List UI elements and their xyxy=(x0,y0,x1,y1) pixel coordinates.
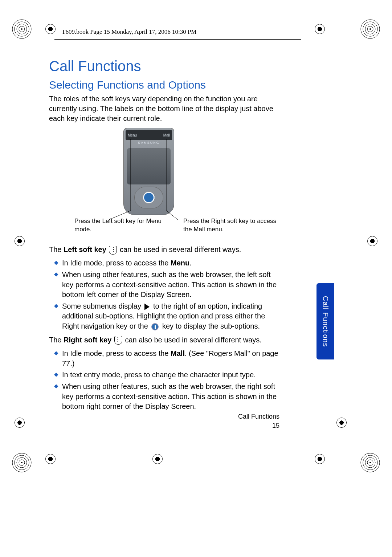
left-softkey-icon xyxy=(109,246,117,255)
phone-softkey-right-label: Mall xyxy=(163,133,170,137)
svg-point-14 xyxy=(21,462,23,463)
callout-lines-icon xyxy=(105,138,192,221)
ok-key-icon xyxy=(151,323,159,330)
footer-section: Call Functions xyxy=(238,412,279,421)
list-item: Some submenus display to the right of an… xyxy=(54,301,281,332)
registration-mark-icon xyxy=(11,452,33,473)
footer-page-number: 15 xyxy=(238,421,279,430)
list-item: In Idle mode, press to access the Menu. xyxy=(54,258,281,268)
crop-target-icon xyxy=(315,24,325,34)
phone-illustration: Menu Mall SAMSUNG xyxy=(120,128,281,215)
svg-point-19 xyxy=(369,462,371,463)
page-title: Call Functions xyxy=(49,58,281,74)
phone-softkey-left-label: Menu xyxy=(128,133,137,137)
list-item: In Idle mode, press to access the Mall. … xyxy=(54,349,281,369)
list-item: When using other features, such as the w… xyxy=(54,270,281,300)
crop-target-icon xyxy=(336,418,347,428)
section-heading: Selecting Functions and Options xyxy=(49,79,281,91)
list-item: In text entry mode, press to change the … xyxy=(54,370,281,380)
header-rule xyxy=(54,22,301,22)
svg-point-9 xyxy=(369,28,371,30)
crop-target-icon xyxy=(367,236,377,246)
right-softkey-bullets: In Idle mode, press to access the Mall. … xyxy=(54,349,281,412)
running-head: T609.book Page 15 Monday, April 17, 2006… xyxy=(62,28,196,36)
left-softkey-bullets: In Idle mode, press to access the Menu. … xyxy=(54,258,281,331)
crop-target-icon xyxy=(315,454,325,464)
right-softkey-icon xyxy=(114,336,122,345)
svg-point-4 xyxy=(21,28,23,30)
caption-right: Press the Right soft key to access the M… xyxy=(183,217,278,234)
page-footer: Call Functions 15 xyxy=(238,412,279,430)
header-rule xyxy=(54,39,301,40)
intro-paragraph: The roles of the soft keys vary dependin… xyxy=(49,94,281,123)
crop-target-icon xyxy=(15,418,25,428)
registration-mark-icon xyxy=(359,452,381,473)
list-item: When using other features, such as the w… xyxy=(54,382,281,412)
crop-target-icon xyxy=(45,454,56,464)
crop-target-icon xyxy=(45,24,56,34)
section-tab-label: Call Functions xyxy=(321,296,330,347)
page-content: Call Functions Selecting Functions and O… xyxy=(49,58,281,415)
triangle-right-icon xyxy=(144,304,150,310)
section-tab: Call Functions xyxy=(317,283,334,359)
left-softkey-intro: The Left soft key can be used in several… xyxy=(49,245,281,255)
registration-mark-icon xyxy=(338,18,381,40)
crop-target-icon xyxy=(15,236,25,246)
crop-target-icon xyxy=(152,454,163,464)
right-softkey-intro: The Right soft key can also be used in s… xyxy=(49,335,281,345)
